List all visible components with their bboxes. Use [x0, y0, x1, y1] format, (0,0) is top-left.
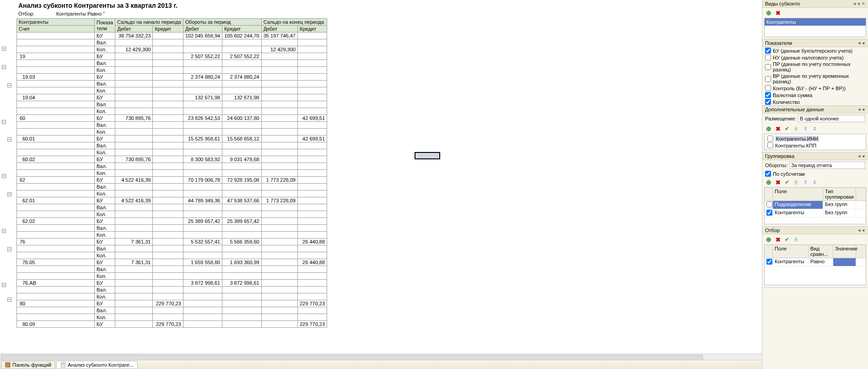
tree-toggle[interactable]: −	[7, 83, 11, 87]
cell-val[interactable]: 229 770,23	[297, 321, 327, 328]
collapse-icon[interactable]: ◄◄	[857, 41, 865, 45]
cell-val[interactable]: 4 522 416,39	[115, 177, 153, 184]
cell-val[interactable]	[115, 81, 153, 87]
cell-val[interactable]	[153, 156, 183, 163]
check-button[interactable]: ✔	[783, 236, 791, 243]
cell-val[interactable]: 5 566 359,60	[222, 239, 261, 245]
cell-acct[interactable]	[17, 101, 95, 108]
cell-val[interactable]	[153, 314, 183, 321]
cell-val[interactable]	[261, 94, 297, 101]
tab-report[interactable]: Анализ субконто Контраге...	[56, 361, 138, 369]
cell-val[interactable]	[261, 87, 297, 94]
panel-otbor-header[interactable]: Отбор ◄◄	[762, 227, 868, 234]
cell-val[interactable]	[297, 39, 327, 46]
grid-cell-val[interactable]	[833, 258, 856, 266]
cell-val[interactable]: 9 031 479,68	[222, 156, 261, 163]
grid-row[interactable]: ПодразделениеБез групп	[765, 201, 866, 209]
cell-val[interactable]	[297, 101, 327, 108]
cell-val[interactable]	[261, 232, 297, 239]
cell-val[interactable]	[261, 170, 297, 177]
cell-val[interactable]: 70 179 006,78	[183, 177, 222, 184]
cell-val[interactable]	[222, 245, 261, 252]
tree-toggle[interactable]: −	[2, 47, 6, 51]
cell-val[interactable]	[115, 39, 153, 46]
cell-acct[interactable]: 76.АВ	[17, 280, 95, 287]
cell-val[interactable]: 12 429,300	[115, 46, 153, 53]
collapse-icon[interactable]: ◄◄	[857, 228, 865, 233]
cell-val[interactable]	[183, 225, 222, 232]
cell-val[interactable]	[153, 129, 183, 136]
cell-val[interactable]	[115, 60, 153, 67]
cell-val[interactable]	[183, 87, 222, 94]
cell-val[interactable]	[153, 122, 183, 129]
cell-val[interactable]: 26 440,88	[297, 239, 327, 245]
tree-toggle[interactable]: −	[2, 174, 6, 178]
tree-toggle[interactable]: −	[7, 192, 11, 196]
cell-val[interactable]: 730 895,76	[115, 156, 153, 163]
add-button[interactable]: ⊕	[765, 125, 772, 132]
cell-val[interactable]	[222, 122, 261, 129]
indicator-checkbox[interactable]	[765, 64, 771, 70]
cell-val[interactable]	[297, 67, 327, 74]
cell-val[interactable]: 42 699,51	[297, 136, 327, 142]
cell-val[interactable]	[297, 211, 327, 218]
cell-val[interactable]	[183, 60, 222, 67]
cell-val[interactable]	[115, 293, 153, 300]
cell-val[interactable]	[153, 204, 183, 211]
cell-val[interactable]: 42 699,51	[297, 115, 327, 122]
cell-acct[interactable]: 60.01	[17, 136, 95, 142]
cell-acct[interactable]	[17, 184, 95, 190]
cell-val[interactable]	[115, 273, 153, 280]
down-button[interactable]: ⇩	[811, 125, 818, 132]
cell-val[interactable]	[153, 287, 183, 293]
cell-val[interactable]	[222, 142, 261, 149]
cell-val[interactable]: 132 671,98	[222, 94, 261, 101]
cell-val[interactable]	[115, 266, 153, 273]
cell-val[interactable]: 47 538 537,66	[222, 197, 261, 204]
cell-val[interactable]	[261, 259, 297, 266]
cell-val[interactable]: 102 045 658,94	[183, 33, 222, 39]
cell-val[interactable]	[261, 287, 297, 293]
cell-acct[interactable]	[17, 190, 95, 197]
cell-val[interactable]: 15 568 658,12	[222, 136, 261, 142]
cell-val[interactable]	[222, 225, 261, 232]
panel-dop-header[interactable]: Дополнительные данные ◄◄	[762, 106, 868, 114]
tree-toggle[interactable]: −	[7, 247, 11, 251]
cell-val[interactable]	[115, 232, 153, 239]
indicator-checkbox[interactable]	[765, 99, 771, 105]
cell-acct[interactable]	[17, 293, 95, 300]
cell-acct[interactable]	[17, 60, 95, 67]
cell-val[interactable]: 3 872 998,61	[183, 280, 222, 287]
cell-val[interactable]	[297, 60, 327, 67]
cell-val[interactable]	[153, 108, 183, 115]
tab-panel-functions[interactable]: Панель функций	[1, 361, 55, 369]
cell-val[interactable]	[261, 101, 297, 108]
cell-val[interactable]	[261, 245, 297, 252]
cell-val[interactable]	[115, 245, 153, 252]
cell-val[interactable]	[261, 39, 297, 46]
cell-val[interactable]	[297, 307, 327, 314]
cell-val[interactable]	[183, 314, 222, 321]
cell-val[interactable]	[261, 67, 297, 74]
cell-acct[interactable]: 80	[17, 300, 95, 307]
cell-val[interactable]	[115, 163, 153, 170]
grid-cell-pole[interactable]: Контрагенты	[773, 258, 809, 266]
cell-val[interactable]	[153, 266, 183, 273]
cell-val[interactable]	[222, 273, 261, 280]
grid-checkbox[interactable]	[766, 259, 772, 265]
selected-cell[interactable]	[415, 152, 440, 159]
cell-val[interactable]: 72 928 195,08	[222, 177, 261, 184]
cell-val[interactable]	[261, 280, 297, 287]
cell-val[interactable]	[222, 293, 261, 300]
cell-val[interactable]	[261, 300, 297, 307]
cell-val[interactable]	[153, 81, 183, 87]
cell-val[interactable]	[115, 218, 153, 225]
cell-acct[interactable]: 62.01	[17, 197, 95, 204]
cell-val[interactable]: 229 770,23	[153, 321, 183, 328]
cell-val[interactable]	[222, 204, 261, 211]
cell-val[interactable]	[297, 266, 327, 273]
cell-val[interactable]	[115, 149, 153, 156]
cell-acct[interactable]	[17, 142, 95, 149]
cell-val[interactable]: 7 361,31	[115, 239, 153, 245]
cell-acct[interactable]	[17, 122, 95, 129]
